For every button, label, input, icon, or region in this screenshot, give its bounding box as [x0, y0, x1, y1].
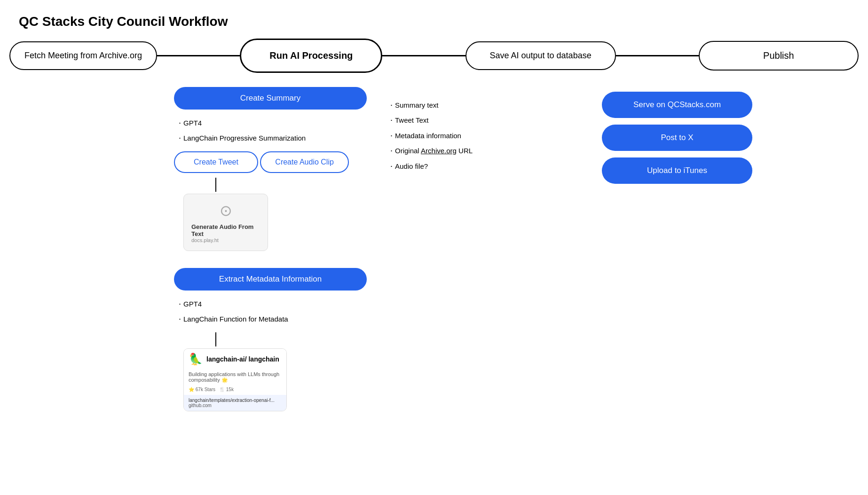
metadata-bullet-1: GPT4: [179, 296, 367, 311]
audio-card-subtitle: docs.play.ht: [191, 237, 260, 243]
create-audio-clip-button[interactable]: Create Audio Clip: [260, 151, 349, 173]
lc-stats: ⭐ 67k Stars 🍴 15k: [184, 385, 286, 395]
create-tweet-button[interactable]: Create Tweet: [174, 151, 258, 173]
col-save: Summary text Tweet Text Metadata informa…: [367, 87, 564, 411]
save-bullet-4: Original Archive.org URL: [390, 143, 564, 158]
summary-bullet-1: GPT4: [179, 115, 367, 130]
publish-buttons-group: Serve on QCStacks.com Post to X Upload t…: [602, 92, 859, 184]
metadata-bullets: GPT4 LangChain Function for Metadata: [174, 291, 367, 332]
connector-3: [616, 55, 699, 56]
metadata-bullet-2: LangChain Function for Metadata: [179, 311, 367, 326]
save-bullets: Summary text Tweet Text Metadata informa…: [386, 92, 564, 179]
audio-card-title: Generate Audio From Text: [191, 223, 260, 237]
top-pipeline: Fetch Meeting from Archive.org Run AI Pr…: [9, 39, 859, 73]
lc-footer-link: langchain/templates/extraction-openai-f.…: [189, 398, 282, 403]
lc-stat-forks: 🍴 15k: [219, 387, 234, 392]
connector-1: [157, 55, 240, 56]
col-publish: Serve on QCStacks.com Post to X Upload t…: [564, 87, 859, 411]
lc-footer-sub: github.com: [189, 403, 282, 408]
serve-qcstacks-button[interactable]: Serve on QCStacks.com: [602, 92, 752, 118]
save-bullet-3: Metadata information: [390, 128, 564, 143]
pipeline-node-save[interactable]: Save AI output to database: [466, 41, 616, 70]
lc-header: 🦜 langchain-ai/ langchain: [184, 349, 286, 369]
save-bullet-2: Tweet Text: [390, 112, 564, 127]
summary-bullets: GPT4 LangChain Progressive Summarization: [174, 110, 367, 151]
lc-footer: langchain/templates/extraction-openai-f.…: [184, 395, 286, 411]
audio-card: ⊙ Generate Audio From Text docs.play.ht: [183, 194, 268, 251]
lc-title: langchain-ai/ langchain: [206, 355, 279, 363]
save-bullet-5: Audio file?: [390, 158, 564, 173]
content-columns: Create Summary GPT4 LangChain Progressiv…: [9, 87, 859, 411]
connector-2: [382, 55, 465, 56]
vert-line-langchain: [215, 332, 216, 346]
create-summary-button[interactable]: Create Summary: [174, 87, 367, 110]
archive-link[interactable]: Archive.org: [421, 147, 457, 155]
lc-parrot-icon: 🦜: [189, 353, 203, 366]
col-fetch: [9, 87, 169, 411]
page-title: QC Stacks City Council Workflow: [9, 0, 859, 39]
upload-itunes-button[interactable]: Upload to iTunes: [602, 157, 752, 184]
lc-stat-stars: ⭐ 67k Stars: [189, 387, 215, 392]
save-bullet-1: Summary text: [390, 97, 564, 112]
pipeline-node-publish[interactable]: Publish: [699, 41, 859, 71]
audio-card-icon: ⊙: [191, 202, 260, 220]
col-ai: Create Summary GPT4 LangChain Progressiv…: [169, 87, 367, 411]
vert-line-audio: [215, 178, 216, 192]
extract-metadata-button[interactable]: Extract Metadata Information: [174, 268, 367, 291]
langchain-card: 🦜 langchain-ai/ langchain Building appli…: [183, 348, 287, 411]
lc-desc: Building applications with LLMs through …: [184, 369, 286, 385]
post-to-x-button[interactable]: Post to X: [602, 125, 752, 151]
pipeline-node-ai[interactable]: Run AI Processing: [240, 39, 382, 73]
summary-bullet-2: LangChain Progressive Summarization: [179, 130, 367, 145]
pipeline-node-fetch[interactable]: Fetch Meeting from Archive.org: [9, 41, 157, 70]
